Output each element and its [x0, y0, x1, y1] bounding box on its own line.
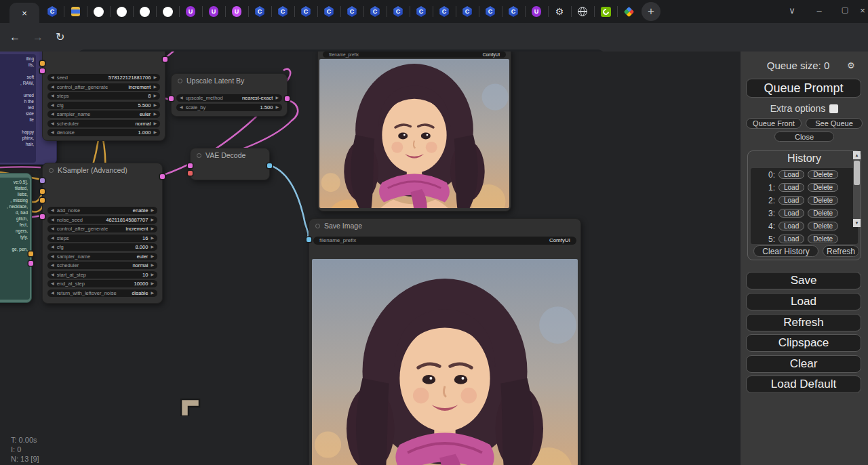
- widget-sampler_name[interactable]: ◀sampler_nameeuler▶: [47, 253, 157, 260]
- history-delete-button[interactable]: Delete: [808, 170, 838, 179]
- back-arrow-icon[interactable]: ←: [9, 31, 20, 43]
- widget-steps[interactable]: ◀steps16▶: [47, 235, 157, 242]
- generated-image-preview[interactable]: [319, 59, 509, 208]
- increment-icon[interactable]: ▶: [151, 235, 154, 242]
- clipspace-button[interactable]: Clipspace: [746, 334, 861, 352]
- widget-seed[interactable]: ◀seed578122121881706▶: [47, 74, 160, 81]
- browser-tab[interactable]: C: [340, 0, 363, 23]
- decrement-icon[interactable]: ◀: [51, 243, 54, 251]
- save-image-bottom-node[interactable]: Save Image filename_prefix ComfyUI: [309, 218, 581, 465]
- browser-tab[interactable]: C: [456, 0, 479, 23]
- browser-tab[interactable]: C: [271, 0, 294, 23]
- browser-tab[interactable]: [133, 0, 156, 23]
- browser-tab[interactable]: C: [294, 0, 317, 23]
- filename-prefix-value[interactable]: ComfyUI: [549, 237, 570, 245]
- collapse-dot-icon[interactable]: [197, 153, 201, 158]
- new-tab-button[interactable]: +: [642, 2, 660, 21]
- decrement-icon[interactable]: ◀: [51, 207, 54, 214]
- latent-output-slot[interactable]: [28, 261, 33, 266]
- positive-prompt-text[interactable]: ilingils, soft, RAW, urredh theledsideil…: [0, 54, 36, 163]
- model-input-slot[interactable]: [40, 178, 45, 183]
- latent-output-slot[interactable]: [163, 57, 167, 62]
- vae-decode-node[interactable]: VAE Decode: [190, 148, 270, 180]
- widget-control_after_generate[interactable]: ◀control_after_generateincrement▶: [47, 225, 157, 232]
- widget-steps[interactable]: ◀steps8▶: [47, 92, 160, 100]
- filename-prefix-value[interactable]: ComfyUI: [483, 52, 500, 58]
- increment-icon[interactable]: ▶: [153, 74, 157, 81]
- browser-tab[interactable]: U: [179, 0, 202, 23]
- history-delete-button[interactable]: Delete: [808, 196, 838, 205]
- scrollbar-thumb[interactable]: [854, 161, 860, 185]
- clip-text-encode-negative-node[interactable]: ve:0.5],tilated,liebs,, missing, necklac…: [0, 173, 32, 303]
- clear-history-button[interactable]: Clear History: [753, 245, 818, 257]
- browser-tab[interactable]: C: [433, 0, 456, 23]
- browser-tab[interactable]: [110, 0, 133, 23]
- increment-icon[interactable]: ▶: [153, 102, 157, 109]
- vae-input-slot[interactable]: [188, 171, 193, 176]
- browser-tab[interactable]: [594, 0, 617, 23]
- minimize-icon[interactable]: –: [812, 5, 826, 16]
- increment-icon[interactable]: ▶: [151, 262, 154, 269]
- increment-icon[interactable]: ▶: [275, 104, 279, 111]
- load-button[interactable]: Load: [746, 293, 861, 310]
- tab-close-icon[interactable]: ×: [22, 8, 27, 18]
- forward-arrow-icon[interactable]: →: [33, 31, 43, 43]
- conditioning-output-slot[interactable]: [28, 251, 33, 256]
- browser-tab[interactable]: [571, 0, 594, 23]
- decrement-icon[interactable]: ◀: [51, 216, 54, 224]
- close-button[interactable]: Close: [774, 132, 834, 142]
- collapse-dot-icon[interactable]: [178, 79, 182, 83]
- browser-tab[interactable]: U: [225, 0, 248, 23]
- history-load-button[interactable]: Load: [778, 196, 804, 205]
- decrement-icon[interactable]: ◀: [51, 83, 54, 91]
- clear-button[interactable]: Clear: [746, 355, 861, 373]
- queue-front-button[interactable]: Queue Front: [746, 118, 802, 129]
- conditioning-input-slot[interactable]: [40, 61, 45, 66]
- decrement-icon[interactable]: ◀: [51, 280, 54, 287]
- extra-options-checkbox[interactable]: [829, 104, 838, 113]
- see-queue-button[interactable]: See Queue: [806, 118, 863, 129]
- active-tab[interactable]: ×: [9, 3, 39, 23]
- decrement-icon[interactable]: ◀: [51, 235, 54, 242]
- browser-tab[interactable]: ⚙: [548, 0, 571, 23]
- maximize-icon[interactable]: ▢: [838, 5, 852, 14]
- decrement-icon[interactable]: ◀: [51, 120, 54, 127]
- widget-scheduler[interactable]: ◀schedulernormal▶: [47, 120, 160, 127]
- generated-image-preview[interactable]: [312, 259, 578, 465]
- samples-input-slot[interactable]: [188, 163, 193, 168]
- increment-icon[interactable]: ▶: [151, 216, 154, 224]
- images-input-slot[interactable]: [307, 237, 311, 242]
- upscale-latent-node[interactable]: Upscale Latent By ◀upscale_methodnearest…: [171, 73, 288, 117]
- browser-tab[interactable]: C: [317, 0, 340, 23]
- scroll-down-icon[interactable]: ▼: [853, 219, 861, 227]
- browser-tab[interactable]: C: [248, 0, 271, 23]
- save-image-top-node[interactable]: filename_prefix ComfyUI: [317, 52, 511, 211]
- negative-prompt-text[interactable]: ve:0.5],tilated,liebs,, missing, necklac…: [0, 178, 30, 300]
- ksampler-node[interactable]: ◀seed578122121881706▶◀control_after_gene…: [42, 52, 165, 141]
- widget-start_at_step[interactable]: ◀start_at_step10▶: [47, 271, 157, 279]
- history-load-button[interactable]: Load: [778, 235, 804, 243]
- decrement-icon[interactable]: ◀: [51, 271, 54, 279]
- decrement-icon[interactable]: ◀: [51, 129, 54, 136]
- browser-tab[interactable]: C: [479, 0, 502, 23]
- refresh-history-button[interactable]: Refresh: [823, 245, 859, 257]
- save-button[interactable]: Save: [746, 272, 861, 289]
- widget-end_at_step[interactable]: ◀end_at_step10000▶: [47, 280, 157, 287]
- decrement-icon[interactable]: ◀: [51, 225, 54, 232]
- load-default-button[interactable]: Load Default: [746, 376, 861, 393]
- latent-output-slot[interactable]: [160, 174, 165, 179]
- decrement-icon[interactable]: ◀: [180, 94, 183, 102]
- increment-icon[interactable]: ▶: [275, 94, 279, 102]
- decrement-icon[interactable]: ◀: [51, 253, 54, 260]
- browser-tab[interactable]: [87, 0, 110, 23]
- decrement-icon[interactable]: ◀: [180, 104, 183, 111]
- widget-scheduler[interactable]: ◀schedulernormal▶: [47, 262, 157, 269]
- browser-tab[interactable]: [617, 0, 640, 23]
- positive-input-slot[interactable]: [40, 189, 45, 194]
- widget-return_with_leftover_noise[interactable]: ◀return_with_leftover_noisedisable▶: [47, 289, 157, 297]
- increment-icon[interactable]: ▶: [153, 83, 157, 91]
- reload-icon[interactable]: ↻: [56, 31, 64, 43]
- increment-icon[interactable]: ▶: [153, 120, 157, 127]
- latent-input-slot[interactable]: [40, 68, 45, 73]
- settings-gear-icon[interactable]: ⚙: [847, 60, 855, 70]
